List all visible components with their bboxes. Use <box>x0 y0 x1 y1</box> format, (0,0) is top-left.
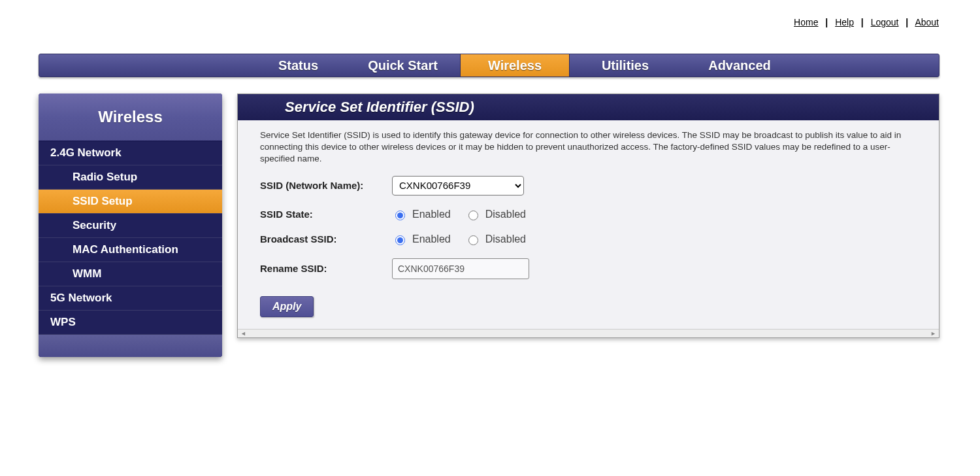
sidebar-item-wmm[interactable]: WMM <box>39 262 222 286</box>
ssid-state-disabled-radio[interactable] <box>468 211 478 220</box>
nav-tab-advanced[interactable]: Advanced <box>681 54 798 76</box>
top-link-bar: Home | Help | Logout | About <box>794 17 939 27</box>
sidebar-item-radio-setup[interactable]: Radio Setup <box>39 165 222 190</box>
nav-spacer <box>39 54 251 76</box>
content-panel: Service Set Identifier (SSID) Service Se… <box>237 94 939 338</box>
scroll-right-icon[interactable]: ► <box>930 330 936 337</box>
ssid-state-radio-group: Enabled Disabled <box>392 209 526 220</box>
label-broadcast-ssid: Broadcast SSID: <box>260 233 392 245</box>
label-ssid-name: SSID (Network Name): <box>260 180 392 191</box>
content-body: Service Set Identifier (SSID) is used to… <box>238 120 939 329</box>
broadcast-disabled-radio[interactable] <box>468 235 478 245</box>
ssid-state-enabled-label[interactable]: Enabled <box>392 209 451 220</box>
sidebar-item-security[interactable]: Security <box>39 214 222 238</box>
horizontal-scrollbar[interactable]: ◄ ► <box>238 329 939 337</box>
content-description: Service Set Identifier (SSID) is used to… <box>260 129 917 165</box>
radio-text-enabled: Enabled <box>412 209 451 220</box>
nav-tab-utilities[interactable]: Utilities <box>570 54 681 76</box>
link-separator: | <box>906 17 908 27</box>
radio-text-enabled: Enabled <box>412 233 451 245</box>
broadcast-enabled-radio[interactable] <box>395 235 405 245</box>
about-link[interactable]: About <box>915 17 939 27</box>
sidebar-title: Wireless <box>39 94 222 141</box>
sidebar-group-24g[interactable]: 2.4G Network <box>39 141 222 165</box>
sidebar-item-wps[interactable]: WPS <box>39 311 222 335</box>
radio-text-disabled: Disabled <box>485 233 526 245</box>
row-rename-ssid: Rename SSID: <box>260 258 917 279</box>
row-broadcast-ssid: Broadcast SSID: Enabled Disabled <box>260 233 917 245</box>
broadcast-disabled-label[interactable]: Disabled <box>465 233 526 245</box>
sidebar: Wireless 2.4G Network Radio Setup SSID S… <box>39 94 222 357</box>
sidebar-group-5g[interactable]: 5G Network <box>39 286 222 311</box>
nav-tab-status[interactable]: Status <box>251 54 346 76</box>
ssid-select[interactable]: CXNK00766F39 <box>392 176 524 196</box>
sidebar-footer <box>39 335 222 357</box>
label-rename-ssid: Rename SSID: <box>260 263 392 274</box>
ssid-state-disabled-label[interactable]: Disabled <box>465 209 526 220</box>
apply-button[interactable]: Apply <box>260 296 314 317</box>
ssid-state-enabled-radio[interactable] <box>395 211 405 220</box>
radio-text-disabled: Disabled <box>485 209 526 220</box>
link-separator: | <box>825 17 828 27</box>
broadcast-radio-group: Enabled Disabled <box>392 233 526 245</box>
help-link[interactable]: Help <box>835 17 854 27</box>
nav-tab-quick-start[interactable]: Quick Start <box>346 54 460 76</box>
nav-tab-wireless[interactable]: Wireless <box>460 54 570 76</box>
label-ssid-state: SSID State: <box>260 209 392 220</box>
logout-link[interactable]: Logout <box>871 17 899 27</box>
home-link[interactable]: Home <box>794 17 818 27</box>
sidebar-item-mac-auth[interactable]: MAC Authentication <box>39 238 222 262</box>
row-ssid-state: SSID State: Enabled Disabled <box>260 209 917 220</box>
link-separator: | <box>861 17 864 27</box>
scroll-left-icon[interactable]: ◄ <box>240 330 246 337</box>
rename-ssid-input[interactable] <box>392 258 529 279</box>
main-nav-bar: Status Quick Start Wireless Utilities Ad… <box>39 54 939 77</box>
sidebar-item-ssid-setup[interactable]: SSID Setup <box>39 190 222 214</box>
content-title: Service Set Identifier (SSID) <box>238 94 939 120</box>
broadcast-enabled-label[interactable]: Enabled <box>392 233 451 245</box>
row-ssid-name: SSID (Network Name): CXNK00766F39 <box>260 176 917 196</box>
